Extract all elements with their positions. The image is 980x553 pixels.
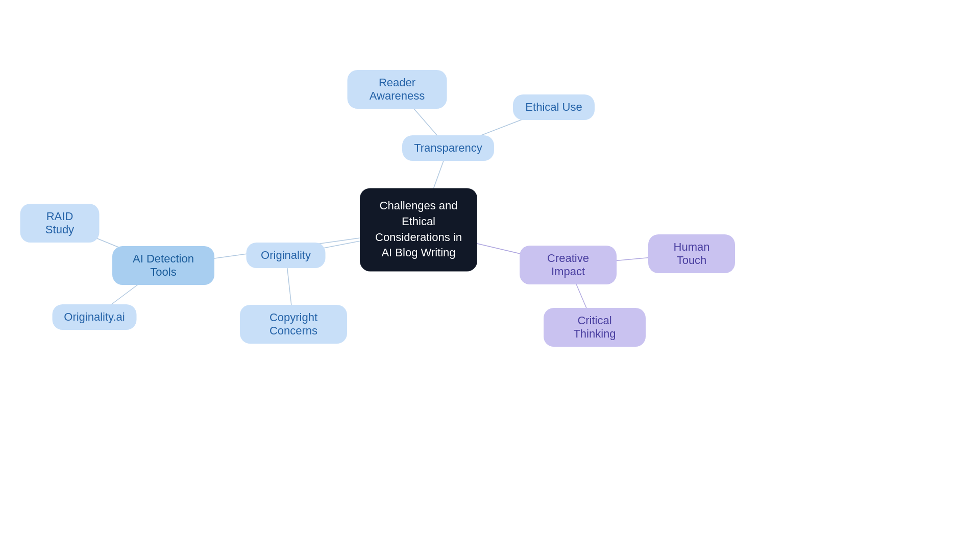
ai-detection-tools-node: AI Detection Tools bbox=[112, 246, 214, 285]
originality-node: Originality bbox=[247, 243, 326, 268]
critical-thinking-node: Critical Thinking bbox=[544, 308, 646, 347]
originality-ai-node: Originality.ai bbox=[53, 304, 137, 330]
center-node: Challenges and Ethical Considerations in… bbox=[360, 188, 477, 271]
creative-impact-node: Creative Impact bbox=[520, 246, 617, 284]
reader-awareness-node: Reader Awareness bbox=[348, 70, 447, 109]
transparency-node: Transparency bbox=[402, 135, 494, 161]
raid-study-node: RAID Study bbox=[20, 204, 100, 243]
ethical-use-node: Ethical Use bbox=[513, 94, 595, 120]
human-touch-node: Human Touch bbox=[648, 234, 735, 273]
copyright-concerns-node: Copyright Concerns bbox=[240, 305, 347, 344]
